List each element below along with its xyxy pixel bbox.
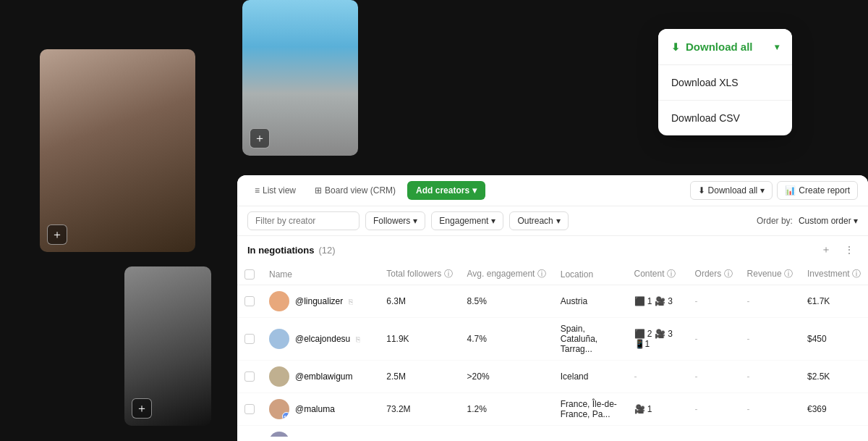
col-engagement: Avg. engagement ⓘ [460, 264, 553, 285]
outreach-filter[interactable]: Outreach ▾ [509, 211, 568, 230]
table-row: @emblawigum 2.5M>20%Iceland---$2.5K [237, 361, 868, 393]
creator-name: @maluma [295, 404, 335, 414]
cell-revenue: - [740, 426, 800, 437]
copy-icon[interactable]: ⎘ [356, 335, 360, 343]
chevron-down-icon: ▾ [854, 216, 858, 226]
cell-investment: $450 [800, 318, 868, 361]
add-creators-button[interactable]: Add creators ▾ [407, 181, 485, 200]
download-all-label: Download all [686, 41, 753, 53]
avatar [269, 291, 289, 311]
add-row-button[interactable]: ＋ [817, 242, 835, 258]
order-select[interactable]: Custom order ▾ [799, 216, 858, 226]
cell-investment: €369 [800, 393, 868, 426]
board-view-tab[interactable]: ⊞ Board view (CRM) [307, 182, 403, 199]
chevron-down-icon: ▾ [556, 216, 561, 226]
cell-content: 🎥 1 [627, 393, 688, 426]
cell-location: Spain, Cataluña, Tarrag... [553, 318, 627, 361]
list-view-icon: ≡ [255, 185, 260, 196]
chevron-down-icon: ▾ [775, 42, 779, 52]
download-xls-item[interactable]: Download XLS [658, 65, 792, 101]
cell-engagement: 8.5% [460, 285, 553, 318]
download-icon: ⬇ [671, 41, 680, 53]
chevron-down-icon: ▾ [413, 216, 417, 226]
filter-bar: Followers ▾ Engagement ▾ Outreach ▾ Orde… [237, 206, 868, 236]
col-checkbox [237, 264, 262, 285]
table-container: In negotiations (12) ＋ ⋮ Name Total foll… [237, 236, 868, 437]
chevron-down-icon: ▾ [472, 185, 477, 196]
cell-location: - [553, 426, 627, 437]
avatar [269, 432, 289, 437]
creator-name: @emblawigum [295, 371, 353, 382]
cell-location: Austria [553, 285, 627, 318]
add-photo-btn-top-center[interactable]: ＋ [250, 128, 270, 148]
cell-investment: €1.7K [800, 285, 868, 318]
row-checkbox[interactable] [244, 334, 255, 344]
creator-name: @lingualizer [295, 296, 343, 306]
create-report-button[interactable]: 📊 Create report [777, 181, 858, 200]
chevron-down-icon: ▾ [491, 216, 495, 226]
followers-filter[interactable]: Followers ▾ [365, 211, 425, 230]
cell-content: - [627, 361, 688, 393]
cell-followers: 6.3M [379, 285, 459, 318]
cell-orders: - [688, 426, 740, 437]
table-row: @lingualizer ⎘ 6.3M8.5%Austria⬛ 1 🎥 3--€… [237, 285, 868, 318]
creator-cell: @emblawigum [269, 366, 372, 387]
add-photo-btn-bottom-left[interactable]: ＋ [132, 398, 152, 419]
cell-orders: - [688, 318, 740, 361]
list-view-tab[interactable]: ≡ List view [247, 182, 303, 199]
select-all-checkbox[interactable] [244, 269, 255, 280]
cell-engagement: 4.7% [460, 318, 553, 361]
download-icon: ⬇ [698, 185, 705, 196]
col-revenue: Revenue ⓘ [740, 264, 800, 285]
photo-top-center: ＋ [242, 0, 358, 156]
row-checkbox[interactable] [244, 404, 255, 414]
report-icon: 📊 [785, 185, 796, 196]
creator-cell: @libert_son ⎘ [269, 432, 372, 437]
col-name: Name [262, 264, 379, 285]
col-orders: Orders ⓘ [688, 264, 740, 285]
avatar [269, 366, 289, 387]
creator-cell: @elcajondesu ⎘ [269, 329, 372, 349]
copy-icon[interactable]: ⎘ [349, 298, 353, 306]
col-followers: Total followers ⓘ [379, 264, 459, 285]
cell-location: France, Île-de-France, Pa... [553, 393, 627, 426]
download-all-header[interactable]: ⬇ Download all ▾ [658, 29, 792, 65]
creator-name: @elcajondesu [295, 334, 350, 344]
avatar-plus-badge: +1 [282, 412, 289, 419]
download-all-button[interactable]: ⬇ Download all ▾ [690, 181, 773, 200]
cell-orders: - [688, 393, 740, 426]
section-header: In negotiations (12) ＋ ⋮ [237, 236, 868, 264]
table-row: @libert_son ⎘ 34.7K0.4%-🎥 1--€369 [237, 426, 868, 437]
avatar: +1 [269, 399, 289, 419]
table-header-row: Name Total followers ⓘ Avg. engagement ⓘ… [237, 264, 868, 285]
cell-followers: 11.9K [379, 318, 459, 361]
cell-orders: - [688, 361, 740, 393]
creators-table: Name Total followers ⓘ Avg. engagement ⓘ… [237, 264, 868, 437]
order-by-label: Order by: [757, 216, 793, 226]
row-checkbox[interactable] [244, 371, 255, 382]
cell-investment: $2.5K [800, 361, 868, 393]
photo-bottom-left: ＋ [124, 266, 211, 426]
cell-followers: 73.2M [379, 393, 459, 426]
cell-revenue: - [740, 361, 800, 393]
engagement-filter[interactable]: Engagement ▾ [431, 211, 503, 230]
col-content: Content ⓘ [627, 264, 688, 285]
download-csv-item[interactable]: Download CSV [658, 101, 792, 135]
cell-followers: 34.7K [379, 426, 459, 437]
more-options-button[interactable]: ⋮ [841, 242, 858, 258]
cell-engagement: >20% [460, 361, 553, 393]
row-checkbox[interactable] [244, 296, 255, 306]
table-row: +1 @maluma 73.2M1.2%France, Île-de-Franc… [237, 393, 868, 426]
cell-engagement: 1.2% [460, 393, 553, 426]
creator-cell: @lingualizer ⎘ [269, 291, 372, 311]
add-photo-btn-top-left[interactable]: ＋ [47, 224, 67, 245]
cell-location: Iceland [553, 361, 627, 393]
filter-input[interactable] [247, 211, 359, 230]
creator-cell: +1 @maluma [269, 399, 372, 419]
cell-investment: €369 [800, 426, 868, 437]
chevron-down-icon: ▾ [760, 185, 765, 196]
cell-revenue: - [740, 393, 800, 426]
photo-top-left: ＋ [40, 49, 195, 252]
cell-revenue: - [740, 318, 800, 361]
table-row: @elcajondesu ⎘ 11.9K4.7%Spain, Cataluña,… [237, 318, 868, 361]
